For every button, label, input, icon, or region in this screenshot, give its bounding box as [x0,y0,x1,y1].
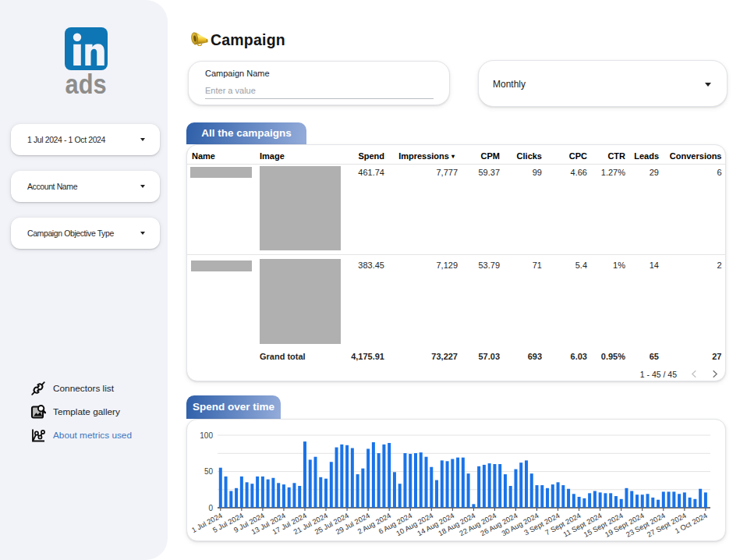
svg-text:50: 50 [204,467,214,476]
svg-text:100: 100 [200,431,213,440]
svg-text:0: 0 [208,504,213,512]
